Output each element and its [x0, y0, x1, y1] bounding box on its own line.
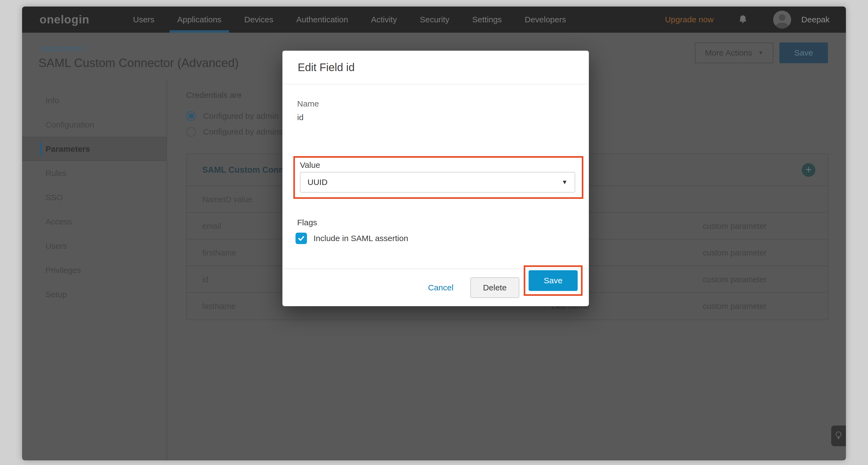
sidebar-item-info[interactable]: Info	[22, 88, 166, 112]
header-actions: More Actions ▼ Save	[695, 42, 828, 63]
value-label: Value	[300, 161, 320, 170]
topnav-right-group: Upgrade now Deepak	[665, 11, 830, 29]
modal-save-button[interactable]: Save	[529, 270, 578, 291]
nav-menu: Users Applications Devices Authenticatio…	[122, 6, 578, 33]
name-label: Name	[297, 99, 319, 108]
nav-item-security[interactable]: Security	[408, 6, 461, 33]
top-navigation: onelogin Users Applications Devices Auth…	[22, 6, 846, 33]
sidebar-item-label: Rules	[45, 169, 66, 178]
onelogin-logo: onelogin	[39, 13, 89, 26]
sidebar-item-label: SSO	[45, 193, 63, 202]
modal-footer: Cancel Delete Save	[282, 269, 589, 306]
sidebar-item-users[interactable]: Users	[22, 234, 166, 258]
sidebar-item-label: Parameters	[45, 144, 90, 154]
nav-item-authentication[interactable]: Authentication	[285, 6, 360, 33]
sidebar-item-label: Users	[45, 241, 67, 251]
sidebar-item-rules[interactable]: Rules	[22, 161, 166, 185]
include-saml-label: Include in SAML assertion	[313, 234, 408, 243]
name-value: id	[297, 113, 303, 122]
row-field: email	[202, 222, 221, 231]
nav-item-label: Applications	[177, 15, 221, 24]
value-select[interactable]: UUID ▼	[300, 172, 575, 193]
nav-item-label: Authentication	[296, 15, 348, 24]
more-actions-label: More Actions	[705, 48, 752, 58]
value-selected-option: UUID	[308, 177, 328, 187]
nav-item-label: Developers	[525, 15, 566, 24]
radio-selected-icon[interactable]	[186, 111, 196, 121]
lightbulb-icon	[834, 430, 843, 442]
nav-item-users[interactable]: Users	[122, 6, 166, 33]
flags-label: Flags	[297, 218, 317, 227]
nav-item-applications[interactable]: Applications	[166, 6, 233, 33]
active-item-bar	[40, 142, 42, 157]
upgrade-now-link[interactable]: Upgrade now	[665, 15, 713, 24]
sidebar-item-setup[interactable]: Setup	[22, 282, 166, 306]
row-field: lastName	[202, 302, 236, 311]
user-avatar[interactable]	[773, 11, 791, 29]
sidebar-item-label: Info	[45, 96, 59, 105]
delete-button[interactable]: Delete	[470, 277, 519, 298]
add-parameter-button[interactable]: +	[802, 163, 815, 177]
checkmark-icon	[297, 234, 305, 242]
nav-item-label: Security	[420, 15, 449, 24]
row-field: id	[202, 275, 209, 284]
app-sidebar: Info Configuration Parameters Rules SSO …	[22, 80, 167, 460]
help-bulb-button[interactable]	[831, 426, 846, 446]
sidebar-item-label: Setup	[45, 290, 67, 299]
nav-item-settings[interactable]: Settings	[461, 6, 513, 33]
annotation-box-value: Value UUID ▼	[293, 156, 583, 199]
row-param: custom parameter	[703, 248, 767, 258]
breadcrumb[interactable]: Applications /	[39, 44, 86, 53]
sidebar-item-label: Configuration	[45, 120, 94, 129]
nav-item-activity[interactable]: Activity	[360, 6, 408, 33]
app-save-button[interactable]: Save	[779, 42, 828, 63]
edit-field-modal: Edit Field id Name id Value UUID ▼ Flags…	[282, 51, 589, 306]
cancel-button[interactable]: Cancel	[428, 283, 453, 292]
select-caret-icon: ▼	[562, 179, 567, 186]
row-field: firstName	[202, 248, 236, 258]
nav-item-label: Settings	[472, 15, 502, 24]
nav-item-developers[interactable]: Developers	[513, 6, 578, 33]
user-name: Deepak	[802, 15, 830, 24]
chevron-down-icon: ▼	[758, 50, 763, 56]
include-saml-row: Include in SAML assertion	[296, 233, 408, 244]
sidebar-item-privileges[interactable]: Privileges	[22, 258, 166, 282]
sidebar-item-configuration[interactable]: Configuration	[22, 112, 166, 137]
nav-item-devices[interactable]: Devices	[233, 6, 285, 33]
sidebar-item-label: Privileges	[45, 266, 81, 275]
sidebar-item-access[interactable]: Access	[22, 209, 166, 234]
row-field: NameID value	[202, 195, 252, 204]
sidebar-item-parameters[interactable]: Parameters	[22, 137, 166, 161]
row-param: custom parameter	[703, 302, 767, 311]
modal-title: Edit Field id	[282, 51, 589, 85]
nav-item-label: Activity	[371, 15, 397, 24]
radio-label: Configured by admins a	[203, 127, 289, 136]
row-param: custom parameter	[703, 275, 767, 284]
include-saml-checkbox[interactable]	[296, 233, 307, 244]
sidebar-item-label: Access	[45, 217, 72, 226]
nav-item-label: Devices	[244, 15, 273, 24]
annotation-box-save: Save	[524, 265, 583, 296]
sidebar-item-sso[interactable]: SSO	[22, 185, 166, 209]
page-title: SAML Custom Connector (Advanced)	[38, 56, 239, 70]
person-icon	[773, 11, 791, 29]
nav-item-label: Users	[133, 15, 154, 24]
row-param: custom parameter	[703, 222, 767, 231]
radio-label: Configured by admin	[203, 111, 279, 121]
more-actions-button[interactable]: More Actions ▼	[695, 42, 773, 63]
active-tab-underline	[169, 30, 229, 33]
notifications-bell-icon[interactable]	[737, 13, 749, 26]
radio-unselected-icon[interactable]	[186, 127, 196, 137]
